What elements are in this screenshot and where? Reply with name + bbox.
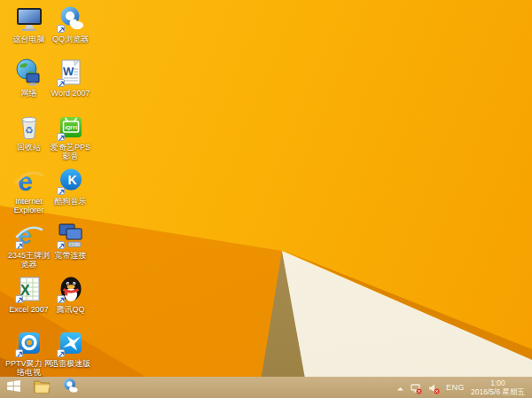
desktop-icon-label: 2345王牌浏览器 xyxy=(5,251,53,269)
shortcut-arrow-icon xyxy=(57,295,65,303)
show-hidden-icons-icon[interactable] xyxy=(396,382,404,394)
desktop-icon-this-pc[interactable]: 这台电脑 xyxy=(8,4,50,58)
desktop-icon-label: 腾讯QQ xyxy=(47,305,95,314)
desktop-icon-label: 这台电脑 xyxy=(5,35,53,43)
desktop-icon-iqiyi-pps[interactable]: iQIYI 爱奇艺PPS 影音 xyxy=(50,112,91,166)
desktop-icon-word-2007[interactable]: W Word 2007 xyxy=(50,58,91,112)
volume-muted-icon[interactable] xyxy=(428,382,440,394)
svg-text:♻: ♻ xyxy=(25,125,34,136)
desktop-icon-broadband[interactable]: 宽带连接 xyxy=(50,220,91,274)
start-button[interactable] xyxy=(2,377,25,398)
desktop-icon-label: QQ浏览器 xyxy=(47,35,95,43)
clock-date: 2016/5/6 星期五 xyxy=(471,387,525,396)
desktop-icon-label: Excel 2007 xyxy=(5,305,53,314)
taskbar: ENG 1:00 2016/5/6 星期五 xyxy=(0,377,532,398)
desktop-icon-label: Word 2007 xyxy=(47,89,95,98)
svg-text:iQIYI: iQIYI xyxy=(65,125,77,130)
thunder-icon xyxy=(56,328,86,358)
tencent-qq-icon xyxy=(56,274,86,304)
network-disconnected-icon[interactable] xyxy=(411,382,422,394)
desktop-icon-label: 爱奇艺PPS 影音 xyxy=(47,143,95,160)
desktop-icon-label: 网络 xyxy=(5,89,53,98)
shortcut-arrow-icon xyxy=(15,349,23,357)
folder-icon xyxy=(33,378,51,397)
desktop-icon-grid: 这台电脑 QQ浏览器 xyxy=(8,4,91,382)
desktop-icon-qq-browser[interactable]: QQ浏览器 xyxy=(50,4,91,58)
clock[interactable]: 1:00 2016/5/6 星期五 xyxy=(471,378,527,396)
windows-logo-icon xyxy=(6,378,21,397)
qq-browser-button[interactable] xyxy=(59,377,82,398)
desktop-icon-kugou-music[interactable]: K 酷狗音乐 xyxy=(50,166,91,220)
desktop-icon-excel-2007[interactable]: X Excel 2007 xyxy=(8,274,50,328)
shortcut-arrow-icon xyxy=(57,25,65,33)
language-indicator[interactable]: ENG xyxy=(446,383,465,392)
desktop-icon-internet-explorer[interactable]: e Internet Explorer xyxy=(8,166,50,220)
desktop-icon-pptv[interactable]: PPTV聚力 网络电视 xyxy=(8,328,50,382)
shortcut-arrow-icon xyxy=(57,79,65,87)
shortcut-arrow-icon xyxy=(57,187,65,195)
qq-browser-icon xyxy=(56,4,86,34)
desktop-icon-tencent-qq[interactable]: 腾讯QQ xyxy=(50,274,91,328)
computer-icon xyxy=(14,4,44,34)
desktop-icon-label: Internet Explorer xyxy=(5,197,53,215)
internet-explorer-icon: e xyxy=(14,166,44,196)
2345-browser-icon: e xyxy=(14,220,44,250)
file-explorer-button[interactable] xyxy=(30,377,53,398)
desktop-icon-2345-browser[interactable]: e 2345王牌浏览器 xyxy=(8,220,50,274)
desktop-icon-label: 酷狗音乐 xyxy=(47,197,95,206)
desktop-icon-label: 宽带连接 xyxy=(47,251,95,260)
svg-text:W: W xyxy=(63,65,74,78)
shortcut-arrow-icon xyxy=(15,295,23,303)
desktop-icon-thunder[interactable]: 迅雷极速版 xyxy=(50,328,91,382)
word-icon: W xyxy=(56,58,86,88)
system-tray: ENG 1:00 2016/5/6 星期五 xyxy=(396,378,532,396)
svg-text:e: e xyxy=(18,167,33,196)
iqiyi-pps-icon: iQIYI xyxy=(56,112,86,142)
pptv-icon xyxy=(14,328,44,358)
shortcut-arrow-icon xyxy=(57,241,65,249)
shortcut-arrow-icon xyxy=(57,133,65,141)
desktop-icon-label: 回收站 xyxy=(5,143,53,152)
clock-time: 1:00 xyxy=(471,378,525,387)
svg-text:K: K xyxy=(67,173,76,187)
desktop-icon-recycle-bin[interactable]: ♻ 回收站 xyxy=(8,112,50,166)
network-icon xyxy=(14,58,44,88)
desktop-icon-network[interactable]: 网络 xyxy=(8,58,50,112)
desktop-icon-label: 迅雷极速版 xyxy=(47,359,95,368)
kugou-music-icon: K xyxy=(56,166,86,196)
excel-icon: X xyxy=(14,274,44,304)
recycle-bin-icon: ♻ xyxy=(14,112,44,142)
desktop-icon-label: PPTV聚力 网络电视 xyxy=(5,359,53,377)
shortcut-arrow-icon xyxy=(57,349,65,357)
shortcut-arrow-icon xyxy=(15,241,23,249)
qq-browser-icon xyxy=(61,377,79,398)
broadband-connection-icon xyxy=(56,220,86,250)
